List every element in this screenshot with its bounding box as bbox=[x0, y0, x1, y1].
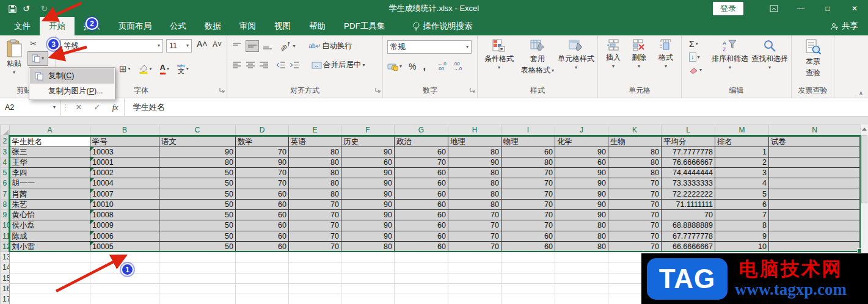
shrink-font-icon[interactable]: A˅ bbox=[213, 40, 222, 49]
row-header-15[interactable]: 15 bbox=[1, 273, 10, 283]
cell-E3[interactable]: 80 bbox=[289, 147, 341, 157]
cell-K6[interactable]: 70 bbox=[608, 178, 662, 189]
cell-H11[interactable]: 70 bbox=[448, 231, 501, 241]
tab-formulas[interactable]: 公式 bbox=[161, 17, 195, 35]
borders-button[interactable]: ⊞▾ bbox=[119, 63, 131, 74]
font-size-dropdown-icon[interactable]: ▾ bbox=[186, 43, 189, 48]
formula-bar-divider-dots[interactable]: ⋮ bbox=[61, 98, 70, 116]
cell-M8[interactable]: 6 bbox=[715, 199, 769, 209]
column-header-B[interactable]: B bbox=[90, 125, 159, 136]
clear-dropdown-icon[interactable]: ▾ bbox=[699, 68, 702, 73]
cut-icon[interactable]: ✂ bbox=[30, 39, 37, 48]
insert-function-icon[interactable]: fx bbox=[106, 98, 125, 116]
comma-style-icon[interactable]: , bbox=[423, 61, 425, 72]
ribbon-display-options-icon[interactable] bbox=[760, 0, 787, 17]
cell-F7[interactable]: 90 bbox=[341, 189, 395, 199]
cell-C7[interactable]: 50 bbox=[159, 189, 236, 199]
cell-J4[interactable]: 60 bbox=[555, 157, 608, 167]
number-dialog-launcher-icon[interactable] bbox=[470, 84, 475, 95]
cell-H3[interactable]: 80 bbox=[448, 147, 501, 157]
cell-A8[interactable]: 朱艺 bbox=[10, 199, 90, 209]
cell-A12[interactable]: 刘小雷 bbox=[10, 241, 90, 252]
format-cells-button[interactable]: 格式 ▾ bbox=[654, 39, 677, 69]
copy-split-button[interactable]: ▾ bbox=[27, 51, 48, 66]
cell-F10[interactable]: 90 bbox=[341, 220, 395, 231]
cell-J10[interactable]: 80 bbox=[555, 220, 608, 231]
cell-C11[interactable]: 50 bbox=[159, 231, 236, 241]
cell-C6[interactable]: 50 bbox=[159, 178, 236, 189]
cell-D14[interactable] bbox=[236, 262, 289, 273]
cell-A9[interactable]: 黄心怡 bbox=[10, 210, 90, 220]
cell-H9[interactable]: 70 bbox=[448, 210, 501, 220]
merge-dropdown-icon[interactable]: ▾ bbox=[363, 63, 365, 68]
cell-A7[interactable]: 肖茜 bbox=[10, 189, 90, 199]
cell-G7[interactable]: 60 bbox=[395, 189, 448, 199]
cell-B16[interactable] bbox=[90, 283, 159, 294]
cell-J5[interactable]: 90 bbox=[555, 168, 608, 178]
cell-J17[interactable] bbox=[555, 294, 608, 304]
cell-J8[interactable]: 90 bbox=[555, 199, 608, 209]
cell-A6[interactable]: 胡一一 bbox=[10, 178, 90, 189]
cell-E11[interactable]: 70 bbox=[289, 231, 341, 241]
cell-A5[interactable]: 李四 bbox=[10, 168, 90, 178]
cell-D6[interactable]: 70 bbox=[236, 178, 289, 189]
cell-I16[interactable] bbox=[501, 283, 555, 294]
cell-A15[interactable] bbox=[10, 273, 90, 283]
cell-L7[interactable]: 72.2222222 bbox=[662, 189, 715, 199]
cell-B7[interactable]: 10007 bbox=[90, 189, 159, 199]
formula-bar-content[interactable]: 学生姓名 bbox=[125, 98, 868, 116]
fill-button[interactable]: ↓▾ bbox=[689, 52, 700, 62]
cell-G12[interactable]: 60 bbox=[395, 241, 448, 252]
cell-F2[interactable]: 历史 bbox=[341, 136, 395, 147]
cell-H10[interactable]: 70 bbox=[448, 220, 501, 231]
row-header-14[interactable]: 14 bbox=[1, 262, 10, 273]
orientation-button[interactable]: ab↗▾ bbox=[280, 43, 296, 49]
autosum-dropdown-icon[interactable]: ▾ bbox=[696, 42, 698, 46]
align-left-icon[interactable] bbox=[232, 61, 242, 69]
cell-H12[interactable]: 70 bbox=[448, 241, 501, 252]
cell-H16[interactable] bbox=[448, 283, 501, 294]
cell-F9[interactable]: 90 bbox=[341, 210, 395, 220]
cell-N4[interactable] bbox=[769, 157, 861, 167]
cell-F14[interactable] bbox=[341, 262, 395, 273]
percent-style-icon[interactable]: % bbox=[409, 62, 416, 71]
save-icon[interactable] bbox=[9, 5, 16, 13]
cell-L10[interactable]: 68.8888889 bbox=[662, 220, 715, 231]
cell-N5[interactable] bbox=[769, 168, 861, 178]
column-header-E[interactable]: E bbox=[289, 125, 341, 136]
cell-G17[interactable] bbox=[395, 294, 448, 304]
cell-I7[interactable]: 70 bbox=[501, 189, 555, 199]
cell-H6[interactable]: 80 bbox=[448, 178, 501, 189]
conditional-formatting-dropdown-icon[interactable]: ▾ bbox=[498, 65, 500, 70]
column-header-F[interactable]: F bbox=[341, 125, 395, 136]
cell-F13[interactable] bbox=[341, 252, 395, 262]
cell-H7[interactable]: 80 bbox=[448, 189, 501, 199]
column-header-N[interactable]: N bbox=[769, 125, 861, 136]
cell-K3[interactable]: 80 bbox=[608, 147, 662, 157]
cell-D4[interactable]: 90 bbox=[236, 157, 289, 167]
cell-B17[interactable] bbox=[90, 294, 159, 304]
cell-E15[interactable] bbox=[289, 273, 341, 283]
cell-E10[interactable]: 70 bbox=[289, 220, 341, 231]
row-header-3[interactable]: 3 bbox=[1, 147, 10, 157]
column-header-G[interactable]: G bbox=[395, 125, 448, 136]
cell-D2[interactable]: 数学 bbox=[236, 136, 289, 147]
cell-A3[interactable]: 张三 bbox=[10, 147, 90, 157]
cell-F11[interactable]: 90 bbox=[341, 231, 395, 241]
cell-F5[interactable]: 90 bbox=[341, 168, 395, 178]
cell-D12[interactable]: 60 bbox=[236, 241, 289, 252]
cell-E4[interactable]: 80 bbox=[289, 157, 341, 167]
cell-K8[interactable]: 70 bbox=[608, 199, 662, 209]
decrease-indent-icon[interactable] bbox=[276, 61, 286, 69]
cell-M2[interactable]: 排名 bbox=[715, 136, 769, 147]
row-header-11[interactable]: 11 bbox=[1, 231, 10, 241]
cell-C16[interactable] bbox=[159, 283, 236, 294]
share-button[interactable]: 共享 bbox=[820, 17, 868, 35]
format-as-table-button[interactable]: 套用 表格格式▾ bbox=[519, 39, 556, 76]
sort-filter-button[interactable]: AZ 排序和筛选 ▾ bbox=[710, 39, 750, 70]
cell-G14[interactable] bbox=[395, 262, 448, 273]
cell-I3[interactable]: 60 bbox=[501, 147, 555, 157]
cell-C4[interactable]: 80 bbox=[159, 157, 236, 167]
column-header-J[interactable]: J bbox=[555, 125, 608, 136]
row-header-2[interactable]: 2 bbox=[1, 136, 10, 147]
